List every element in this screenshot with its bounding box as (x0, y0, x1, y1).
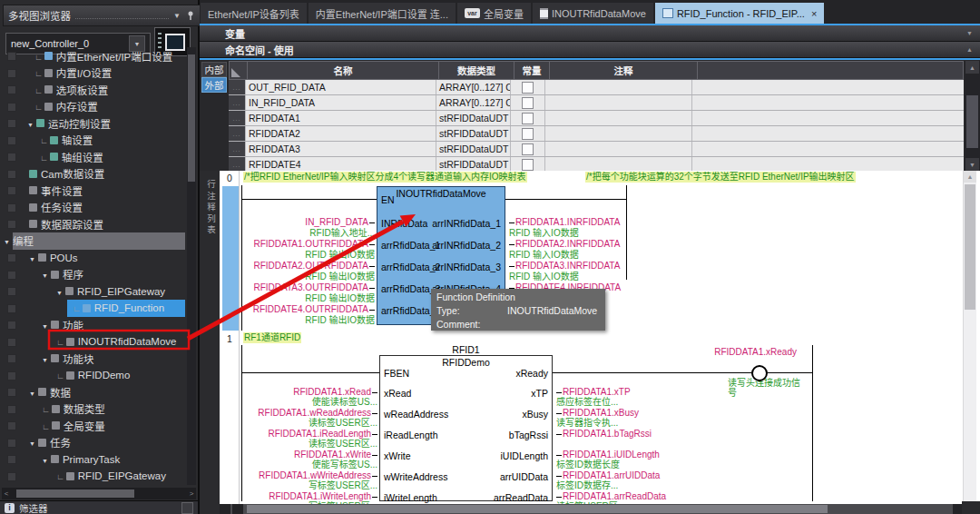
var-comment-cell[interactable] (545, 157, 692, 172)
scrollbar-thumb[interactable] (965, 184, 975, 310)
scrollbar-thumb[interactable] (247, 505, 828, 513)
var-comment-cell[interactable] (545, 80, 692, 94)
input-variable[interactable]: RFIDDATA1.iReadLength (200, 429, 377, 439)
var-name-cell[interactable]: RFIDDATA3 (246, 142, 436, 156)
rung0-comment-right[interactable]: /*把每个功能块运算的32个字节发送至RFID EtherNet/IP输出映射区 (585, 172, 856, 183)
sidebar-item-data[interactable]: 数据 (0, 383, 196, 400)
pin-output[interactable]: arrINRfidData_2 (432, 240, 501, 251)
const-cell[interactable] (511, 111, 545, 125)
pin-output[interactable]: xBusy (522, 409, 548, 420)
chevron-down-icon[interactable]: ▼ (173, 12, 181, 20)
tab-internal-vars[interactable]: 内部 (201, 62, 227, 77)
sidebar-item-primarytask[interactable]: PrimaryTask (0, 450, 196, 468)
input-variable[interactable]: RFIDDATA1.xRead (200, 387, 377, 397)
constant-checkbox[interactable] (522, 128, 534, 140)
scrollbar-thumb[interactable] (188, 54, 195, 182)
sidebar-item-builtin-ethernetip-port[interactable]: 内置EtherNet/IP端口设置 (0, 47, 196, 64)
row-handle[interactable]: ... (229, 142, 246, 156)
pin-input[interactable]: xWrite (384, 450, 411, 461)
expander-icon[interactable] (42, 353, 51, 364)
input-variable[interactable]: RFIDDATA2.OUTRFIDDATA (200, 261, 375, 271)
sidebar-item-data-trace[interactable]: 数据跟踪设置 (0, 215, 196, 232)
output-variable[interactable]: RFIDDATA3.INRFIDDATA (509, 261, 709, 271)
pin-icon[interactable] (186, 10, 195, 21)
constant-checkbox[interactable] (522, 113, 534, 124)
var-comment-cell[interactable] (545, 126, 692, 141)
const-cell[interactable] (511, 157, 545, 172)
pin-input[interactable]: INRfidData (381, 218, 427, 229)
pin-output[interactable]: xReady (515, 368, 548, 379)
sidebar-item-axis-settings[interactable]: 轴设置 (0, 132, 196, 149)
variables-section-bar[interactable]: 变量 ▼ (200, 25, 980, 42)
var-comment-cell[interactable] (545, 142, 692, 156)
col-header-name[interactable]: 名称 (248, 62, 439, 79)
var-type-cell[interactable]: ARRAY[0..127] OF BYT (436, 95, 511, 110)
col-header-constant[interactable]: 常量 (514, 62, 550, 79)
tab-inoutrfiddatamove[interactable]: INOUTRfidDataMove (533, 3, 653, 24)
pin-output[interactable]: xTP (531, 388, 548, 399)
output-variable[interactable]: RFIDDATA1.bTagRssi (556, 429, 774, 439)
ladder-editor[interactable]: 行注释列表 0 1 /*把RFID EtherNet/IP输入映射区分成4个读写… (200, 171, 980, 514)
sidebar-item-data-types[interactable]: 数据类型 (0, 400, 196, 418)
expander-icon[interactable] (42, 269, 51, 280)
scrollbar-end-box[interactable] (220, 504, 230, 514)
row-handle[interactable]: ... (229, 126, 246, 141)
pin-input[interactable]: wReadAddress (384, 409, 448, 420)
input-variable[interactable]: RFIDDATA1.OUTRFIDDATA (200, 239, 375, 249)
output-variable[interactable]: RFIDDATA2.INRFIDDATA (509, 239, 709, 249)
expander-icon[interactable] (29, 387, 38, 398)
scroll-up-icon[interactable]: ▲ (965, 61, 979, 74)
tab-rfid-function[interactable]: RFID_Function - RFID_EIP...× (655, 3, 824, 24)
rung1-comment[interactable]: RF1通道RFID (243, 332, 301, 343)
constant-checkbox[interactable] (522, 159, 534, 171)
sidebar-vertical-scrollbar[interactable] (187, 47, 196, 485)
col-header-datatype[interactable]: 数据类型 (439, 62, 514, 79)
output-variable[interactable]: RFIDDATA1.INRFIDDATA (509, 217, 709, 227)
constant-checkbox[interactable] (522, 143, 534, 155)
scroll-down-icon[interactable]: ▼ (965, 158, 979, 171)
input-variable[interactable]: RFIDDATA3.OUTRFIDDATA (200, 282, 375, 292)
filter-bar[interactable]: 筛选器 (0, 500, 198, 514)
rung-number[interactable]: 1 (220, 333, 240, 344)
sidebar-item-memory-settings[interactable]: 内存设置 (0, 98, 196, 115)
const-cell[interactable] (511, 95, 545, 110)
pin-output[interactable]: arrINRfidData_3 (432, 262, 501, 272)
var-type-cell[interactable]: ARRAY[0..127] OF BYT (436, 80, 511, 94)
output-variable[interactable]: RFIDDATA1.xBusy (556, 408, 774, 418)
scrollbar-thumb[interactable] (16, 489, 134, 498)
input-variable[interactable]: RFIDDATA1.iWriteLength (200, 491, 377, 501)
expander-icon[interactable] (56, 286, 65, 297)
sidebar-item-function-blocks[interactable]: 功能块 (0, 350, 196, 367)
function-block-rfiddemo[interactable]: RFIDDemo FBEN xReady xRead wReadAddress … (379, 355, 553, 501)
col-header-comment[interactable]: 注释 (550, 62, 698, 79)
scrollbar-thumb[interactable] (966, 95, 978, 148)
input-variable[interactable]: RFIDDATA1.wReadAddress (200, 408, 377, 418)
sidebar-item-pous[interactable]: POUs (0, 249, 196, 266)
close-icon[interactable]: × (811, 8, 817, 19)
editor-horizontal-scrollbar[interactable] (220, 504, 964, 514)
rung0-comment-left[interactable]: /*把RFID EtherNet/IP输入映射区分成4个读写器通道输入内存IO映… (243, 172, 527, 183)
var-type-cell[interactable]: stRFIDDataUDT (436, 157, 511, 172)
pin-input[interactable]: wWriteAddress (384, 471, 447, 482)
input-variable[interactable]: RFIDDATA1.xWrite (200, 450, 377, 460)
pin-en[interactable]: EN (381, 194, 395, 205)
row-handle[interactable]: ... (229, 80, 246, 94)
var-name-cell[interactable]: RFIDDATA2 (246, 126, 436, 141)
rung-number[interactable]: 0 (220, 173, 240, 183)
scroll-left-icon[interactable]: < (2, 489, 11, 498)
namespace-section-bar[interactable]: 命名空间 - 使用 ▲ (200, 42, 980, 58)
pin-fben[interactable]: FBEN (384, 368, 409, 379)
sidebar-item-task-rfid-eipgateway[interactable]: RFID_EIPGateway (0, 468, 196, 485)
pin-output[interactable]: arrReadData (494, 492, 548, 503)
pin-input[interactable]: xRead (384, 388, 411, 399)
select-all-corner[interactable] (230, 62, 248, 79)
var-name-cell[interactable]: OUT_RFID_DATA (246, 80, 436, 94)
sidebar-item-inoutrfiddatamove[interactable]: INOUTRfidDataMove (0, 333, 196, 351)
const-cell[interactable] (511, 142, 545, 156)
sidebar-item-builtin-io[interactable]: 内置I/O设置 (0, 64, 196, 82)
sidebar-item-rfid-eipgateway[interactable]: RFID_EIPGateway (0, 282, 196, 300)
pin-input[interactable]: iReadLength (384, 430, 438, 440)
expander-icon[interactable] (42, 454, 51, 465)
sidebar-item-motion-control[interactable]: 运动控制设置 (0, 114, 196, 132)
table-vertical-scrollbar[interactable]: ▲ ▼ (965, 61, 980, 171)
